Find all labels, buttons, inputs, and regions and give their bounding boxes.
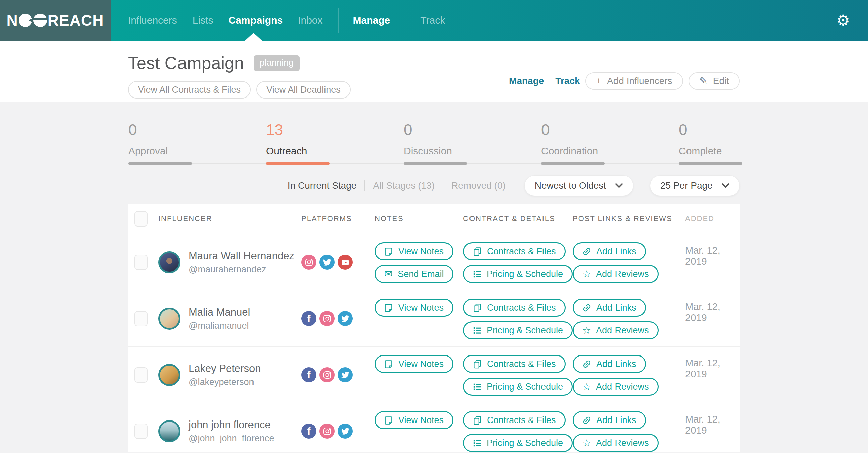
add-links-button[interactable]: Add Links	[572, 411, 646, 429]
col-header-added: ADDED	[685, 214, 730, 223]
add-links-button[interactable]: Add Links	[572, 242, 646, 260]
stage-tab-outreach[interactable]: 13 Outreach	[266, 121, 404, 164]
contracts-files-button[interactable]: Contracts & Files	[463, 242, 566, 260]
pricing-schedule-button[interactable]: Pricing & Schedule	[463, 265, 572, 283]
copy-icon	[473, 360, 482, 368]
view-notes-button[interactable]: View Notes	[375, 355, 454, 373]
add-reviews-button[interactable]: ☆Add Reviews	[572, 321, 659, 339]
copy-icon	[473, 247, 482, 256]
stage-tab-coordination[interactable]: 0 Coordination	[541, 121, 679, 164]
sort-dropdown[interactable]: Newest to Oldest	[524, 175, 633, 196]
nav-item-track[interactable]: Track	[420, 15, 445, 26]
list-icon	[473, 270, 482, 278]
link-icon	[582, 416, 591, 425]
stage-tabs: 0 Approval 13 Outreach 0 Discussion 0 Co…	[128, 102, 740, 164]
youtube-icon[interactable]	[338, 255, 352, 270]
pricing-schedule-button[interactable]: Pricing & Schedule	[463, 378, 572, 396]
nav-divider	[406, 8, 406, 32]
stage-tab-discussion[interactable]: 0 Discussion	[404, 121, 541, 164]
facebook-icon[interactable]: f	[301, 424, 316, 439]
instagram-icon[interactable]	[301, 255, 316, 270]
contracts-files-button[interactable]: Contracts & Files	[463, 355, 566, 373]
gear-icon[interactable]: ⚙	[836, 13, 850, 28]
table-row: Malia Manuel @maliamanuel f View Notes C…	[128, 290, 740, 346]
influencer-profile[interactable]: john john florence @john_john_florence	[158, 403, 301, 452]
stage-underline	[679, 162, 740, 164]
note-icon	[384, 360, 393, 368]
view-all-contracts-button[interactable]: View All Contracts & Files	[128, 81, 251, 98]
contracts-files-button[interactable]: Contracts & Files	[463, 411, 566, 429]
influencer-name: Lakey Peterson	[189, 363, 260, 374]
view-notes-button[interactable]: View Notes	[375, 411, 454, 429]
add-links-button[interactable]: Add Links	[572, 299, 646, 316]
view-notes-button[interactable]: View Notes	[375, 242, 454, 260]
list-icon	[473, 326, 482, 335]
stage-tab-approval[interactable]: 0 Approval	[128, 121, 266, 164]
add-reviews-button[interactable]: ☆Add Reviews	[572, 265, 659, 283]
filter-all-stages[interactable]: All Stages (13)	[373, 180, 435, 191]
twitter-icon[interactable]	[338, 311, 352, 326]
table-row: Maura Wall Hernandez @maurahernandez Vie…	[128, 234, 740, 290]
twitter-icon[interactable]	[338, 424, 352, 439]
instagram-icon[interactable]	[319, 367, 335, 382]
stage-underline	[266, 162, 404, 164]
view-all-deadlines-button[interactable]: View All Deadlines	[256, 81, 351, 98]
nav-item-inbox[interactable]: Inbox	[298, 15, 322, 26]
edit-button[interactable]: ✎Edit	[688, 72, 740, 90]
col-header-influencer: INFLUENCER	[158, 214, 301, 223]
add-influencers-button[interactable]: +Add Influencers	[585, 72, 683, 90]
influencer-profile[interactable]: Maura Wall Hernandez @maurahernandez	[158, 234, 301, 290]
stage-label: Coordination	[541, 145, 679, 157]
pricing-schedule-button[interactable]: Pricing & Schedule	[463, 321, 572, 339]
col-header-links: POST LINKS & REVIEWS	[572, 214, 685, 223]
filter-removed[interactable]: Removed (0)	[452, 180, 506, 191]
stage-tab-complete[interactable]: 0 Complete	[679, 121, 740, 164]
page-title: Test Campaign	[128, 53, 244, 73]
influencer-profile[interactable]: Malia Manuel @maliamanuel	[158, 291, 301, 346]
manage-link[interactable]: Manage	[509, 76, 544, 86]
avatar	[158, 420, 181, 442]
twitter-icon[interactable]	[338, 367, 352, 382]
date-added: Mar. 12, 2019	[685, 403, 730, 452]
add-links-button[interactable]: Add Links	[572, 355, 646, 373]
filter-divider	[364, 180, 365, 191]
row-checkbox[interactable]	[134, 255, 148, 270]
col-header-contract: CONTRACT & DETAILS	[463, 214, 572, 223]
date-added: Mar. 12, 2019	[685, 234, 730, 290]
neoreach-logo[interactable]: NREACH	[0, 0, 111, 41]
date-added: Mar. 12, 2019	[685, 347, 730, 403]
send-email-button[interactable]: ✉Send Email	[375, 265, 454, 283]
facebook-icon[interactable]: f	[301, 367, 316, 382]
nav-item-campaigns[interactable]: Campaigns	[228, 15, 283, 26]
twitter-icon[interactable]	[319, 255, 335, 270]
instagram-icon[interactable]	[319, 424, 335, 439]
nav-item-manage[interactable]: Manage	[353, 15, 391, 26]
nav-item-influencers[interactable]: Influencers	[128, 15, 177, 26]
facebook-icon[interactable]: f	[301, 311, 316, 326]
add-reviews-button[interactable]: ☆Add Reviews	[572, 434, 659, 452]
nav-item-lists[interactable]: Lists	[192, 15, 213, 26]
filter-in-current-stage[interactable]: In Current Stage	[288, 180, 356, 191]
status-badge: planning	[253, 55, 300, 71]
table-header-row: INFLUENCER PLATFORMS NOTES CONTRACT & DE…	[128, 204, 740, 234]
contracts-files-button[interactable]: Contracts & Files	[463, 299, 566, 316]
copy-icon	[473, 416, 482, 425]
view-notes-button[interactable]: View Notes	[375, 299, 454, 316]
per-page-dropdown[interactable]: 25 Per Page	[650, 175, 740, 196]
select-all-checkbox[interactable]	[134, 211, 148, 227]
pricing-schedule-button[interactable]: Pricing & Schedule	[463, 434, 572, 452]
row-checkbox[interactable]	[134, 424, 148, 439]
stage-label: Approval	[128, 145, 266, 157]
add-reviews-button[interactable]: ☆Add Reviews	[572, 378, 659, 396]
stage-label: Complete	[679, 145, 740, 157]
avatar	[158, 308, 181, 330]
track-link[interactable]: Track	[555, 76, 580, 86]
influencer-profile[interactable]: Lakey Peterson @lakeypeterson	[158, 347, 301, 403]
star-icon: ☆	[582, 382, 591, 392]
logo-text-reach: REACH	[48, 11, 104, 29]
instagram-icon[interactable]	[319, 311, 335, 326]
row-checkbox[interactable]	[134, 367, 148, 383]
stage-count: 0	[128, 121, 266, 141]
row-checkbox[interactable]	[134, 311, 148, 326]
list-icon	[473, 439, 482, 447]
